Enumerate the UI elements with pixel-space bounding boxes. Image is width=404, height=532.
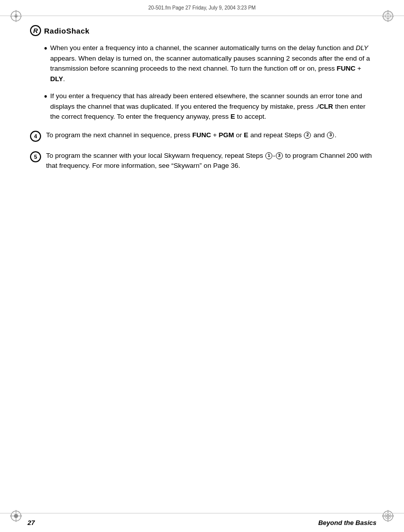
dly-italic: DLY <box>355 44 368 52</box>
step-num-4: 4 <box>30 131 41 142</box>
logo-area: R RadioShack <box>30 25 374 36</box>
bullet-text-2: If you enter a frequency that has alread… <box>50 91 374 122</box>
e-bold-2: E <box>244 131 248 139</box>
circled-3b: 3 <box>276 152 283 159</box>
top-bar-text: 20-501.fm Page 27 Friday, July 9, 2004 3… <box>148 5 255 11</box>
dly-bold: DLY <box>50 75 63 83</box>
step-text-4: To program the next channel in sequence,… <box>46 130 336 141</box>
bullet-section: • When you enter a frequency into a chan… <box>44 43 374 122</box>
bullet-item-1: • When you enter a frequency into a chan… <box>44 43 374 84</box>
circled-2: 2 <box>304 132 311 139</box>
bullet-dot-1: • <box>44 42 47 84</box>
clr-bold: CLR <box>319 103 333 110</box>
step-5: 5 To program the scanner with your local… <box>30 151 374 171</box>
page-number: 27 <box>28 519 35 526</box>
func-bold-2: FUNC <box>192 131 211 139</box>
circled-3: 3 <box>327 132 334 139</box>
bullet-item-2: • If you enter a frequency that has alre… <box>44 91 374 122</box>
section-title: Beyond the Basics <box>318 519 376 526</box>
top-bar: 20-501.fm Page 27 Friday, July 9, 2004 3… <box>0 0 404 16</box>
step-text-5: To program the scanner with your local S… <box>46 151 374 171</box>
func-bold-1: FUNC <box>336 65 355 72</box>
step-num-5: 5 <box>30 151 41 162</box>
logo-r-circle: R <box>30 25 41 36</box>
e-bold-1: E <box>231 113 235 120</box>
bullet-text-1: When you enter a frequency into a channe… <box>50 43 374 84</box>
bottom-bar: 27 Beyond the Basics <box>0 513 404 532</box>
logo-brand: RadioShack <box>44 27 90 35</box>
circled-1: 1 <box>265 152 272 159</box>
step-4: 4 To program the next channel in sequenc… <box>30 130 374 142</box>
pgm-bold: PGM <box>219 131 234 139</box>
bullet-dot-2: • <box>44 90 47 122</box>
main-content: R RadioShack • When you enter a frequenc… <box>30 25 374 507</box>
